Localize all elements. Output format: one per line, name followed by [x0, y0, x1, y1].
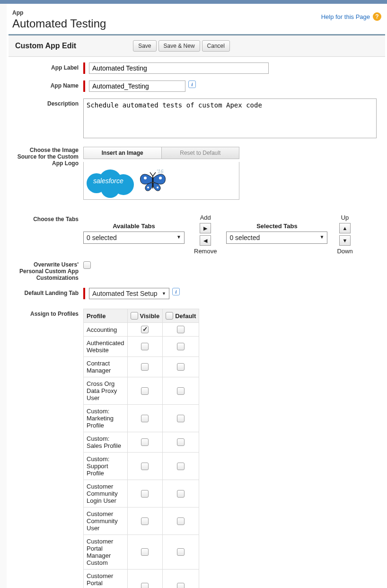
up-button[interactable]: ▲ [339, 223, 351, 233]
table-row: Cross Org Data Proxy User [84, 377, 199, 405]
label-app-label: App Label [15, 62, 83, 71]
profile-name: Customer Portal Manager Custom [84, 535, 128, 570]
label-default-landing: Default Landing Tab [15, 288, 83, 296]
salesforce-logo-icon: salesforce [87, 167, 134, 195]
default-checkbox[interactable] [177, 415, 185, 422]
required-indicator [83, 62, 85, 74]
table-row: Customer Community User [84, 508, 199, 535]
section-title: Custom App Edit [15, 42, 76, 50]
default-checkbox[interactable] [177, 583, 185, 588]
label-assign-profiles: Assign to Profiles [15, 309, 83, 317]
th-default: Default [163, 309, 199, 323]
header-subtitle: App [12, 9, 106, 16]
profile-name: Custom: Sales Profile [84, 432, 128, 453]
page-title: Automated Testing [12, 17, 106, 30]
remove-label: Remove [194, 248, 217, 255]
visible-all-checkbox[interactable] [131, 312, 138, 320]
visible-checkbox[interactable] [141, 415, 149, 422]
available-tabs-title: Available Tabs [113, 223, 155, 230]
profile-name: Authenticated Website [84, 337, 128, 357]
logo-preview: salesforce '16 [83, 162, 239, 200]
svg-point-1 [144, 177, 147, 179]
visible-checkbox[interactable] [141, 343, 149, 350]
default-checkbox[interactable] [177, 387, 185, 395]
table-row: Custom: Support Profile [84, 453, 199, 480]
up-label: Up [341, 214, 349, 221]
table-row: Contract Manager [84, 357, 199, 377]
table-row: Custom: Sales Profile [84, 432, 199, 453]
profile-name: Custom: Marketing Profile [84, 405, 128, 432]
info-icon[interactable]: i [172, 288, 180, 295]
overwrite-checkbox[interactable] [83, 261, 91, 269]
save-button[interactable]: Save [133, 40, 156, 52]
table-row: Authenticated Website [84, 337, 199, 357]
profile-name: Customer Portal Manager Standard [84, 570, 128, 588]
label-description: Description [15, 98, 83, 107]
selected-tabs-title: Selected Tabs [256, 223, 297, 230]
required-indicator [83, 288, 85, 299]
label-choose-tabs: Choose the Tabs [15, 214, 83, 223]
svg-point-4 [157, 187, 158, 188]
th-default-label: Default [175, 312, 196, 320]
selected-tabs-select[interactable]: 0 selected [226, 232, 327, 244]
help-icon[interactable]: ? [373, 12, 381, 21]
butterfly-icon: '16 [137, 167, 170, 195]
down-label: Down [337, 248, 352, 255]
default-checkbox[interactable] [177, 326, 185, 333]
cancel-button[interactable]: Cancel [202, 40, 230, 52]
add-label: Add [200, 214, 211, 221]
default-all-checkbox[interactable] [166, 312, 173, 320]
visible-checkbox[interactable] [141, 463, 149, 470]
default-checkbox[interactable] [177, 490, 185, 498]
profile-name: Customer Community Login User [84, 480, 128, 508]
default-checkbox[interactable] [177, 517, 185, 525]
visible-checkbox[interactable] [141, 363, 149, 371]
visible-checkbox[interactable] [141, 548, 149, 556]
profile-name: Cross Org Data Proxy User [84, 377, 128, 405]
th-profile: Profile [84, 309, 128, 323]
table-row: Customer Community Login User [84, 480, 199, 508]
required-indicator [83, 80, 85, 92]
visible-checkbox[interactable] [141, 583, 149, 588]
down-button[interactable]: ▼ [339, 235, 351, 246]
reset-default-tab[interactable]: Reset to Default [162, 147, 239, 159]
visible-checkbox[interactable] [141, 387, 149, 395]
visible-checkbox[interactable] [141, 490, 149, 498]
info-icon[interactable]: i [188, 80, 196, 88]
svg-point-2 [159, 177, 162, 179]
default-checkbox[interactable] [177, 343, 185, 350]
svg-point-3 [147, 187, 149, 188]
visible-checkbox[interactable] [141, 438, 149, 446]
profile-name: Accounting [84, 323, 128, 337]
table-row: Custom: Marketing Profile [84, 405, 199, 432]
profile-table: Profile Visible Default AccountingAuthen… [83, 309, 199, 588]
add-button[interactable]: ▶ [200, 223, 211, 233]
app-name-input[interactable] [89, 80, 185, 92]
insert-image-tab[interactable]: Insert an Image [84, 147, 162, 159]
default-checkbox[interactable] [177, 463, 185, 470]
label-app-name: App Name [15, 80, 83, 89]
available-tabs-select[interactable]: 0 selected [83, 232, 185, 244]
label-overwrite: Overwrite Users' Personal Custom App Cus… [15, 261, 83, 281]
default-landing-select[interactable]: Automated Test Setup [89, 288, 169, 299]
table-row: Customer Portal Manager Custom [84, 535, 199, 570]
label-image-source: Choose the Image Source for the Custom A… [15, 147, 83, 167]
profile-name: Customer Community User [84, 508, 128, 535]
app-label-input[interactable] [89, 62, 269, 74]
save-new-button[interactable]: Save & New [158, 40, 200, 52]
remove-button[interactable]: ◀ [200, 235, 211, 246]
default-checkbox[interactable] [177, 363, 185, 371]
th-visible-label: Visible [140, 312, 160, 320]
table-row: Customer Portal Manager Standard [84, 570, 199, 588]
help-link[interactable]: Help for this Page [321, 13, 370, 20]
table-row: Accounting [84, 323, 199, 337]
description-textarea[interactable]: Schedule automated tests of custom Apex … [83, 98, 377, 138]
default-checkbox[interactable] [177, 438, 185, 446]
profile-name: Contract Manager [84, 357, 128, 377]
profile-name: Custom: Support Profile [84, 453, 128, 480]
svg-text:'16: '16 [157, 169, 164, 174]
th-visible: Visible [127, 309, 163, 323]
visible-checkbox[interactable] [141, 326, 149, 333]
visible-checkbox[interactable] [141, 517, 149, 525]
default-checkbox[interactable] [177, 548, 185, 556]
